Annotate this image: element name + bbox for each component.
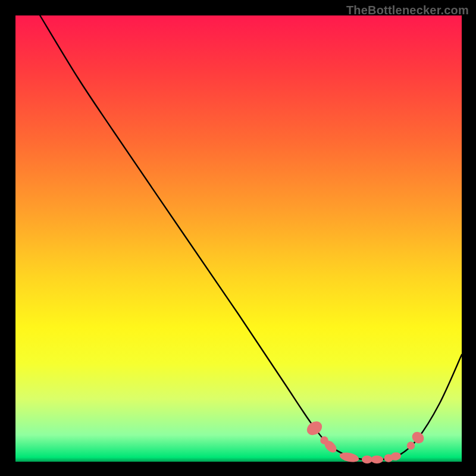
- chart-svg: [15, 15, 462, 462]
- attribution-label: TheBottlenecker.com: [346, 4, 469, 17]
- curve-marker: [304, 418, 324, 438]
- bottleneck-curve: [40, 15, 462, 460]
- curve-markers: [304, 418, 426, 464]
- curve-marker: [371, 456, 383, 464]
- curve-marker: [407, 441, 415, 450]
- chart-frame: TheBottlenecker.com: [0, 0, 476, 476]
